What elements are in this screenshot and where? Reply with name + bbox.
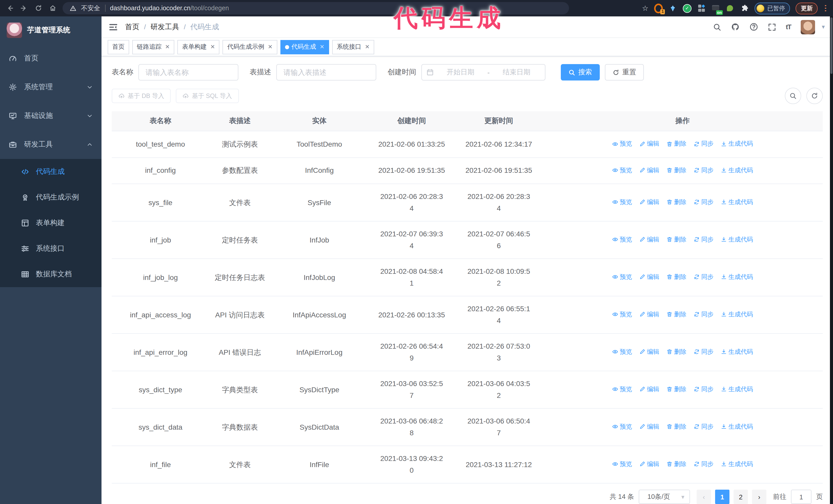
refresh-table-button[interactable] [806, 88, 823, 104]
sidebar-item-1[interactable]: 系统管理 [0, 73, 101, 101]
row-action-edit[interactable]: 编辑 [639, 164, 659, 176]
row-action-eye[interactable]: 预览 [612, 346, 632, 358]
row-action-edit[interactable]: 编辑 [639, 309, 659, 320]
fullscreen-icon[interactable] [768, 23, 776, 31]
row-action-edit[interactable]: 编辑 [639, 234, 659, 246]
back-icon[interactable] [5, 5, 14, 12]
sidebar-subitem-0[interactable]: 代码生成 [0, 159, 101, 185]
sidebar-subitem-2[interactable]: 表单构建 [0, 210, 101, 236]
reset-button[interactable]: 重置 [605, 64, 644, 80]
page-scrollbar[interactable] [830, 17, 833, 504]
row-action-sync[interactable]: 同步 [694, 234, 714, 246]
tab-1[interactable]: 链路追踪✕ [132, 40, 174, 54]
row-action-sync[interactable]: 同步 [694, 384, 714, 395]
row-action-sync[interactable]: 同步 [694, 309, 714, 320]
row-action-edit[interactable]: 编辑 [639, 421, 659, 433]
row-action-edit[interactable]: 编辑 [639, 196, 659, 208]
row-action-sync[interactable]: 同步 [694, 458, 714, 470]
extension-gem-icon[interactable] [668, 4, 677, 13]
tab-2[interactable]: 表单构建✕ [177, 40, 219, 54]
row-action-eye[interactable]: 预览 [612, 196, 632, 208]
scrollbar-thumb[interactable] [830, 18, 832, 74]
browser-menu-icon[interactable] [824, 5, 828, 11]
table-desc-input[interactable] [276, 64, 376, 80]
reload-icon[interactable] [34, 5, 43, 12]
row-action-delete[interactable]: 删除 [666, 138, 686, 150]
row-action-eye[interactable]: 预览 [612, 271, 632, 283]
sidebar-item-2[interactable]: 基础设施 [0, 101, 101, 130]
next-page-button[interactable]: › [752, 490, 766, 504]
row-action-edit[interactable]: 编辑 [639, 384, 659, 395]
row-action-download[interactable]: 生成代码 [721, 458, 753, 470]
row-action-edit[interactable]: 编辑 [639, 138, 659, 150]
close-icon[interactable]: ✕ [165, 44, 170, 50]
extension-orange-icon[interactable]: 1 [654, 4, 663, 13]
row-action-delete[interactable]: 删除 [666, 384, 686, 395]
home-icon[interactable] [48, 5, 57, 12]
close-icon[interactable]: ✕ [268, 44, 272, 50]
tab-4[interactable]: 代码生成✕ [280, 40, 329, 54]
page-size-select[interactable]: 10条/页▼ [639, 490, 690, 504]
date-range-picker[interactable]: 开始日期 - 结束日期 [421, 64, 545, 80]
row-action-sync[interactable]: 同步 [694, 346, 714, 358]
row-action-download[interactable]: 生成代码 [721, 164, 753, 176]
row-action-sync[interactable]: 同步 [694, 138, 714, 150]
row-action-delete[interactable]: 删除 [666, 309, 686, 320]
extensions-puzzle-icon[interactable] [740, 4, 749, 13]
row-action-download[interactable]: 生成代码 [721, 421, 753, 433]
row-action-delete[interactable]: 删除 [666, 234, 686, 246]
extension-onoff-icon[interactable]: on [712, 4, 720, 13]
search-button[interactable]: 搜索 [561, 64, 600, 80]
row-action-delete[interactable]: 删除 [666, 196, 686, 208]
extension-grid-icon[interactable] [697, 4, 706, 13]
row-action-eye[interactable]: 预览 [612, 458, 632, 470]
table-name-input[interactable] [138, 64, 238, 80]
row-action-sync[interactable]: 同步 [694, 196, 714, 208]
sidebar-subitem-1[interactable]: 代码生成示例 [0, 185, 101, 210]
extension-check-icon[interactable]: ✓ [683, 4, 691, 13]
breadcrumb-home[interactable]: 首页 [125, 22, 139, 31]
row-action-eye[interactable]: 预览 [612, 164, 632, 176]
tab-5[interactable]: 系统接口✕ [332, 40, 374, 54]
bookmark-star-icon[interactable]: ☆ [642, 4, 648, 12]
row-action-delete[interactable]: 删除 [666, 164, 686, 176]
import-sql-button[interactable]: 基于 SQL 导入 [176, 89, 239, 103]
close-icon[interactable]: ✕ [210, 44, 215, 50]
tab-0[interactable]: 首页 [108, 40, 129, 54]
toggle-search-button[interactable] [785, 88, 801, 104]
row-action-delete[interactable]: 删除 [666, 346, 686, 358]
row-action-eye[interactable]: 预览 [612, 421, 632, 433]
sidebar-subitem-4[interactable]: 数据库文档 [0, 262, 101, 287]
row-action-edit[interactable]: 编辑 [639, 458, 659, 470]
row-action-sync[interactable]: 同步 [694, 271, 714, 283]
sidebar-subitem-3[interactable]: 系统接口 [0, 236, 101, 262]
row-action-eye[interactable]: 预览 [612, 309, 632, 320]
row-action-download[interactable]: 生成代码 [721, 271, 753, 283]
help-icon[interactable] [749, 23, 758, 31]
row-action-sync[interactable]: 同步 [694, 421, 714, 433]
row-action-download[interactable]: 生成代码 [721, 309, 753, 320]
row-action-eye[interactable]: 预览 [612, 138, 632, 150]
row-action-edit[interactable]: 编辑 [639, 346, 659, 358]
sidebar-item-3[interactable]: 研发工具 [0, 130, 101, 159]
row-action-edit[interactable]: 编辑 [639, 271, 659, 283]
row-action-eye[interactable]: 预览 [612, 384, 632, 395]
sidebar-item-0[interactable]: 首页 [0, 44, 101, 73]
import-db-button[interactable]: 基于 DB 导入 [112, 89, 171, 103]
extension-key-icon[interactable] [726, 4, 735, 13]
forward-icon[interactable] [20, 5, 29, 12]
close-icon[interactable]: ✕ [365, 44, 370, 50]
row-action-download[interactable]: 生成代码 [721, 196, 753, 208]
page-button-2[interactable]: 2 [734, 490, 748, 504]
avatar[interactable] [801, 20, 815, 34]
close-icon[interactable]: ✕ [319, 44, 324, 50]
row-action-eye[interactable]: 预览 [612, 234, 632, 246]
url-bar[interactable]: 不安全 dashboard.yudao.iocoder.cn/tool/code… [63, 2, 569, 14]
update-button[interactable]: 更新 [796, 2, 818, 14]
page-button-1[interactable]: 1 [715, 490, 730, 504]
tab-3[interactable]: 代码生成示例✕ [223, 40, 277, 54]
github-icon[interactable] [731, 23, 740, 31]
row-action-download[interactable]: 生成代码 [721, 138, 753, 150]
row-action-download[interactable]: 生成代码 [721, 346, 753, 358]
profile-chip[interactable]: 已暂停 [755, 2, 790, 14]
